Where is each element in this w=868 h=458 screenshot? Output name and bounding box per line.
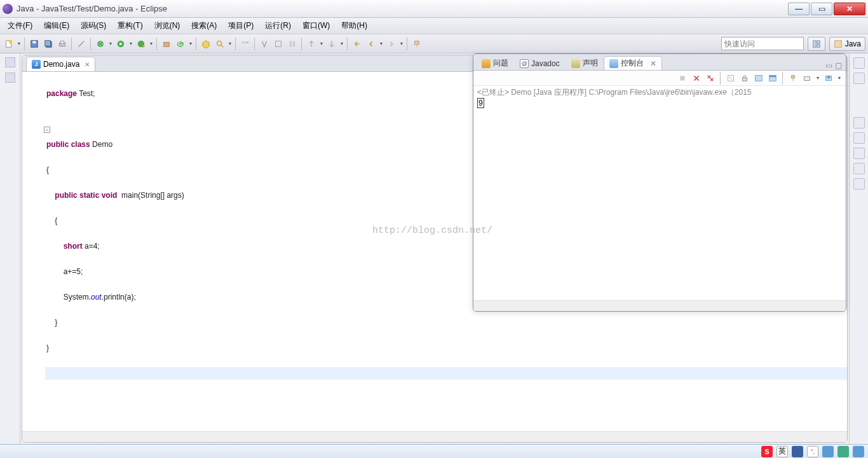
menu-window[interactable]: 窗口(W) [297,18,335,33]
open-console-icon[interactable]: + [823,73,834,84]
back-icon[interactable] [365,38,377,50]
menu-project[interactable]: 项目(P) [223,18,259,33]
dropdown-icon[interactable]: ▾ [319,41,324,46]
word-wrap-icon[interactable] [753,73,764,84]
tab-javadoc[interactable]: @Javadoc [514,56,566,70]
menu-run[interactable]: 运行(R) [260,18,296,33]
maximize-button[interactable]: ▭ [811,3,832,15]
terminate-icon[interactable] [677,73,688,84]
open-perspective-button[interactable] [808,37,825,51]
console-icon [609,59,618,68]
print-icon[interactable] [56,38,69,50]
console-output[interactable]: <已终止> Demo [Java 应用程序] C:\Program Files\… [473,86,846,300]
ime-moon-icon[interactable] [792,446,803,457]
ime-skin-icon[interactable] [837,446,849,457]
svg-rect-33 [804,76,810,80]
clear-console-icon[interactable] [725,73,736,84]
save-all-icon[interactable] [42,38,55,50]
svg-rect-32 [791,75,794,78]
quick-access-input[interactable] [721,37,804,50]
menu-file[interactable]: 文件(F) [3,18,37,33]
menu-navigate[interactable]: 浏览(N) [149,18,186,33]
menu-edit[interactable]: 编辑(E) [39,18,74,33]
pin-console-icon[interactable] [787,73,799,84]
maximize-view-icon[interactable]: ▢ [835,61,842,70]
display-selected-icon[interactable] [801,73,813,84]
tab-console[interactable]: 控制台✕ [604,56,662,70]
menu-refactor[interactable]: 重构(T) [112,18,147,33]
dropdown-icon[interactable]: ▾ [108,41,113,46]
console-panel: 问题 @Javadoc 声明 控制台✕ ▭ ▢ ▾ +▾ <已终止> Demo … [473,53,846,312]
menu-source[interactable]: 源码(S) [76,18,111,33]
remove-all-icon[interactable] [705,73,716,84]
dropdown-icon[interactable]: ▾ [837,75,842,81]
svg-rect-5 [45,40,51,46]
task-list-icon[interactable] [853,73,865,84]
editor-hscroll[interactable] [22,431,847,442]
console-hscroll[interactable] [473,300,846,311]
pin-editor-icon[interactable] [410,38,423,50]
restore-view-icon[interactable] [5,57,15,67]
forward-icon[interactable] [385,38,398,50]
search-icon[interactable] [214,38,226,50]
show-whitespace-icon[interactable] [286,38,299,50]
dropdown-icon[interactable]: ▾ [128,41,133,46]
package-explorer-icon[interactable] [5,73,15,83]
run-icon[interactable] [114,38,127,50]
scroll-lock-icon[interactable] [739,73,750,84]
fastview-icon[interactable] [853,132,865,144]
ime-keyboard-icon[interactable] [822,446,834,457]
svg-rect-12 [164,42,170,46]
java-perspective-button[interactable]: Java [829,37,865,51]
minimize-view-icon[interactable]: ▭ [825,61,832,70]
dropdown-icon[interactable]: ▾ [188,41,193,46]
debug-icon[interactable] [94,38,107,50]
last-edit-icon[interactable] [351,38,363,50]
dropdown-icon[interactable]: ▾ [815,75,820,81]
sogou-ime-icon[interactable]: S [761,446,773,457]
fastview-icon[interactable] [853,117,865,128]
annotation-prev-icon[interactable] [305,38,318,50]
open-type-icon[interactable] [200,38,212,50]
console-tabrow: 问题 @Javadoc 声明 控制台✕ ▭ ▢ [473,54,846,71]
dropdown-icon[interactable]: ▾ [17,41,22,46]
dropdown-icon[interactable]: ▾ [339,41,344,46]
tab-problems[interactable]: 问题 [476,56,514,70]
close-button[interactable]: ✕ [834,3,865,15]
menu-help[interactable]: 帮助(H) [336,18,372,33]
dropdown-icon[interactable]: ▾ [399,41,404,46]
close-tab-icon[interactable]: ✕ [650,59,656,68]
mark-occurrences-icon[interactable] [258,38,271,50]
tab-declaration[interactable]: 声明 [566,56,604,70]
toggle-breadcrumb-icon[interactable] [239,38,252,50]
editor-tab-demo[interactable]: J Demo.java ✕ [26,57,95,71]
minimize-button[interactable]: — [788,3,810,15]
declaration-icon [571,59,580,68]
fastview-icon[interactable] [853,163,865,174]
block-selection-icon[interactable] [272,38,285,50]
svg-point-1 [9,39,12,43]
fastview-icon[interactable] [853,178,865,190]
run-last-icon[interactable] [135,38,147,50]
new-package-icon[interactable] [160,38,173,50]
new-class-icon[interactable]: C [174,38,187,50]
save-icon[interactable] [28,38,41,50]
close-tab-icon[interactable]: ✕ [85,61,90,68]
fastview-icon[interactable] [853,148,865,159]
toolbar: ▾ ▾ ▾ ▾ C▾ ▾ ▾ ▾ ▾ ▾ Java [0,34,868,53]
dropdown-icon[interactable]: ▾ [227,41,233,46]
dropdown-icon[interactable]: ▾ [149,41,154,46]
ime-tool-icon[interactable] [853,446,864,457]
ime-punct-icon[interactable]: °, [807,446,818,457]
annotation-next-icon[interactable] [325,38,338,50]
menu-search[interactable]: 搜索(A) [186,18,222,33]
link-icon[interactable] [75,38,88,50]
ime-lang-icon[interactable]: 英 [776,446,788,457]
show-console-icon[interactable] [767,73,778,84]
dropdown-icon[interactable]: ▾ [379,41,384,46]
outline-view-icon[interactable] [853,57,865,69]
svg-rect-24 [817,44,820,46]
new-icon[interactable] [3,38,15,50]
right-trim [849,53,868,444]
remove-launch-icon[interactable] [691,73,702,84]
